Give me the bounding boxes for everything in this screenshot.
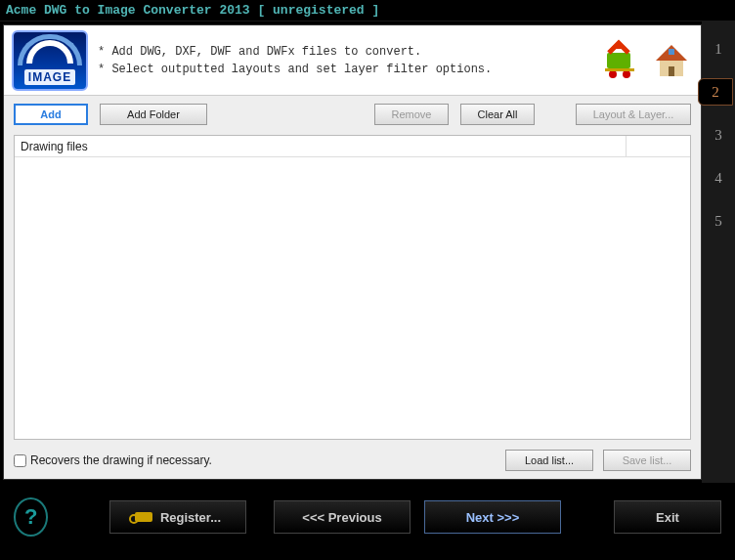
window-titlebar: Acme DWG to Image Converter 2013 [ unreg… xyxy=(0,0,735,22)
load-list-button[interactable]: Load list... xyxy=(505,450,593,471)
svg-rect-8 xyxy=(669,66,674,76)
help-button[interactable]: ? xyxy=(14,497,48,537)
save-list-button[interactable]: Save list... xyxy=(603,450,691,471)
cart-icon[interactable] xyxy=(599,39,642,82)
home-icon[interactable] xyxy=(650,39,693,82)
svg-rect-0 xyxy=(607,53,630,68)
step-2[interactable]: 2 xyxy=(698,78,733,106)
layout-layer-button[interactable]: Layout & Layer... xyxy=(576,104,691,125)
column-header-drawing-files[interactable]: Drawing files xyxy=(21,140,626,153)
header-strip: IMAGE * Add DWG, DXF, DWF and DWFx files… xyxy=(4,25,701,96)
window-title: Acme DWG to Image Converter 2013 [ unreg… xyxy=(6,3,379,18)
svg-rect-7 xyxy=(669,49,674,55)
svg-point-3 xyxy=(623,70,630,78)
hint-line-1: * Add DWG, DXF, DWF and DWFx files to co… xyxy=(98,43,593,61)
add-folder-button[interactable]: Add Folder xyxy=(100,104,207,125)
svg-point-2 xyxy=(609,70,617,78)
step-5[interactable]: 5 xyxy=(702,199,735,242)
step-rail: 1 2 3 4 5 xyxy=(702,22,735,483)
previous-button[interactable]: <<< Previous xyxy=(274,500,411,534)
key-icon xyxy=(135,512,152,522)
recover-checkbox-input[interactable] xyxy=(14,454,26,467)
add-button[interactable]: Add xyxy=(14,104,88,125)
file-list-table[interactable]: Drawing files xyxy=(14,135,691,440)
column-header-blank[interactable] xyxy=(626,136,684,156)
hint-text: * Add DWG, DXF, DWF and DWFx files to co… xyxy=(94,43,593,78)
svg-rect-4 xyxy=(605,68,634,71)
step-3[interactable]: 3 xyxy=(702,113,735,156)
step-1[interactable]: 1 xyxy=(702,27,735,70)
footer-bar: ? Register... <<< Previous Next >>> Exit xyxy=(0,483,735,551)
hint-line-2: * Select outputted layouts and set layer… xyxy=(98,61,593,78)
clear-all-button[interactable]: Clear All xyxy=(460,104,535,125)
register-button[interactable]: Register... xyxy=(109,500,246,534)
recover-checkbox-label: Recovers the drawing if necessary. xyxy=(30,453,212,467)
recover-checkbox[interactable]: Recovers the drawing if necessary. xyxy=(14,453,212,467)
exit-button[interactable]: Exit xyxy=(614,500,721,534)
logo-text: IMAGE xyxy=(24,69,75,85)
register-label: Register... xyxy=(160,510,221,525)
app-logo: IMAGE xyxy=(12,30,88,91)
step-4[interactable]: 4 xyxy=(702,156,735,199)
remove-button[interactable]: Remove xyxy=(374,104,449,125)
next-button[interactable]: Next >>> xyxy=(424,500,561,534)
